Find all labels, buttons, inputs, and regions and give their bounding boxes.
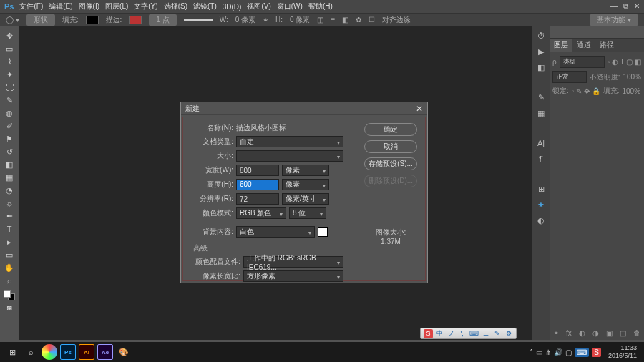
taskbar-clock[interactable]: 11:33 2016/5/11 <box>604 344 641 360</box>
preset-select[interactable]: 自定 <box>236 136 343 147</box>
opacity-value[interactable]: 100% <box>623 73 641 81</box>
menu-help[interactable]: 帮助(H) <box>308 1 333 11</box>
move-tool[interactable]: ✥ <box>3 30 16 41</box>
close-icon[interactable]: ✕ <box>634 2 640 11</box>
fx-icon[interactable]: fx <box>566 329 572 337</box>
link-icon[interactable]: ⚭ <box>263 16 268 24</box>
w-value[interactable]: 0 像素 <box>235 15 255 25</box>
profile-select[interactable]: 工作中的 RGB: sRGB IEC619... <box>243 256 343 268</box>
nav-panel-icon[interactable]: ⊞ <box>535 183 547 195</box>
aspect-select[interactable]: 方形像素 <box>243 270 343 282</box>
tab-channels[interactable]: 通道 <box>572 39 595 52</box>
maximize-icon[interactable]: ⧉ <box>623 2 628 11</box>
menu-file[interactable]: 文件(F) <box>19 1 43 11</box>
eyedropper-tool[interactable]: ✎ <box>3 94 16 106</box>
lock-icons[interactable]: ▫ ✎ ✥ 🔒 <box>572 87 600 95</box>
menu-filter[interactable]: 滤镜(T) <box>193 1 217 11</box>
ime-logo-icon[interactable]: S <box>424 329 433 338</box>
menu-edit[interactable]: 编辑(E) <box>49 1 72 11</box>
dialog-close-button[interactable]: ✕ <box>416 104 423 114</box>
brush-tool[interactable]: ✐ <box>3 120 16 132</box>
hand-tool[interactable]: ✋ <box>3 262 16 273</box>
search-icon[interactable]: ⌕ <box>23 344 39 360</box>
prop-panel-icon[interactable]: ◧ <box>535 62 547 73</box>
stamp-tool[interactable]: ⚑ <box>3 133 16 145</box>
gradient-tool[interactable]: ▦ <box>3 172 16 183</box>
taskbar-aftereffects[interactable]: Ae <box>97 344 113 360</box>
type-tool[interactable]: T <box>3 223 16 235</box>
ime-menu-icon[interactable]: ☰ <box>481 329 490 338</box>
path-ops-icon[interactable]: ◫ <box>317 16 323 24</box>
history-brush-tool[interactable]: ↺ <box>3 146 16 157</box>
res-unit-select[interactable]: 像素/英寸 <box>282 193 329 205</box>
workspace-switcher[interactable]: 基本功能 ▾ <box>590 14 638 26</box>
mode-select[interactable]: RGB 颜色 <box>236 207 286 219</box>
stroke-width[interactable]: 1 点 <box>149 14 176 26</box>
bg-select[interactable]: 白色 <box>236 226 315 238</box>
tray-notify-icon[interactable]: ▢ <box>565 348 572 356</box>
ok-button[interactable]: 确定 <box>364 123 417 136</box>
height-input[interactable]: 600 <box>236 179 279 190</box>
minimize-icon[interactable]: — <box>610 2 618 11</box>
gear-icon[interactable]: ✿ <box>356 16 361 24</box>
align-icon[interactable]: ≡ <box>331 16 335 24</box>
menu-select[interactable]: 选择(S) <box>164 1 187 11</box>
group-icon[interactable]: ▣ <box>606 329 613 337</box>
res-input[interactable] <box>236 193 279 205</box>
new-layer-icon[interactable]: ◫ <box>620 329 626 337</box>
color-panel-icon[interactable]: ◐ <box>535 215 547 226</box>
swatches-panel-icon[interactable]: ▦ <box>535 107 547 119</box>
fill-swatch[interactable] <box>86 16 99 24</box>
advanced-label[interactable]: 高级 <box>190 243 364 253</box>
ime-toolbar[interactable]: S 中 ノ ',' ⌨ ☰ ✎ ⚙ <box>420 328 517 339</box>
mask-icon[interactable]: ◐ <box>579 329 585 337</box>
taskbar-app[interactable]: 🎨 <box>116 344 132 360</box>
width-unit-select[interactable]: 像素 <box>282 165 329 176</box>
tray-ime-icon[interactable]: ⌨ <box>575 348 589 357</box>
dodge-tool[interactable]: ☼ <box>3 197 16 209</box>
checkbox-align[interactable]: ☐ <box>369 16 375 24</box>
height-unit-select[interactable]: 像素 <box>282 179 329 190</box>
menu-layer[interactable]: 图层(L) <box>105 1 128 11</box>
link-layers-icon[interactable]: ⚭ <box>553 329 559 337</box>
taskbar-photoshop[interactable]: Ps <box>60 344 76 360</box>
dialog-titlebar[interactable]: 新建 ✕ <box>181 102 427 115</box>
marquee-tool[interactable]: ▭ <box>3 43 16 54</box>
menu-3d[interactable]: 3D(D) <box>223 3 242 11</box>
save-preset-button[interactable]: 存储预设(S)... <box>364 157 417 170</box>
actions-panel-icon[interactable]: ▶ <box>535 46 547 57</box>
trash-icon[interactable]: 🗑 <box>633 329 640 337</box>
brushes-panel-icon[interactable]: ✎ <box>535 92 547 103</box>
layer-filter-select[interactable]: 类型 <box>560 56 605 68</box>
tray-wifi-icon[interactable]: ⋔ <box>545 348 551 356</box>
cortana-icon[interactable] <box>42 344 57 360</box>
zoom-tool[interactable]: ⌕ <box>3 275 16 286</box>
shape-tool[interactable]: ▭ <box>3 249 16 260</box>
tray-volume-icon[interactable]: 🔊 <box>554 348 562 356</box>
arrange-icon[interactable]: ◧ <box>342 16 348 24</box>
cancel-button[interactable]: 取消 <box>364 140 417 153</box>
depth-select[interactable]: 8 位 <box>289 207 326 219</box>
para-panel-icon[interactable]: ¶ <box>535 153 547 165</box>
adjustment-icon[interactable]: ◑ <box>592 329 599 337</box>
shape-mode[interactable]: 形状 <box>26 14 55 26</box>
tab-paths[interactable]: 路径 <box>595 39 618 52</box>
tab-layers[interactable]: 图层 <box>550 39 572 52</box>
blend-mode-select[interactable]: 正常 <box>552 71 587 83</box>
history-panel-icon[interactable]: ⏱ <box>535 30 547 41</box>
info-panel-icon[interactable]: ★ <box>535 199 547 210</box>
char-panel-icon[interactable]: A| <box>535 137 547 149</box>
blur-tool[interactable]: ◔ <box>3 185 16 196</box>
tray-sogou-icon[interactable]: S <box>592 348 601 357</box>
wand-tool[interactable]: ✦ <box>3 69 16 80</box>
stroke-swatch[interactable] <box>129 16 142 24</box>
eraser-tool[interactable]: ◧ <box>3 159 16 170</box>
path-select-tool[interactable]: ▸ <box>3 236 16 248</box>
quickmask-icon[interactable]: ◙ <box>3 302 16 313</box>
pen-tool[interactable]: ✒ <box>3 210 16 222</box>
h-value[interactable]: 0 像素 <box>290 15 310 25</box>
heal-tool[interactable]: ◍ <box>3 107 16 119</box>
color-swatch[interactable] <box>4 290 15 300</box>
taskbar-illustrator[interactable]: Ai <box>79 344 94 360</box>
width-input[interactable] <box>236 165 279 176</box>
